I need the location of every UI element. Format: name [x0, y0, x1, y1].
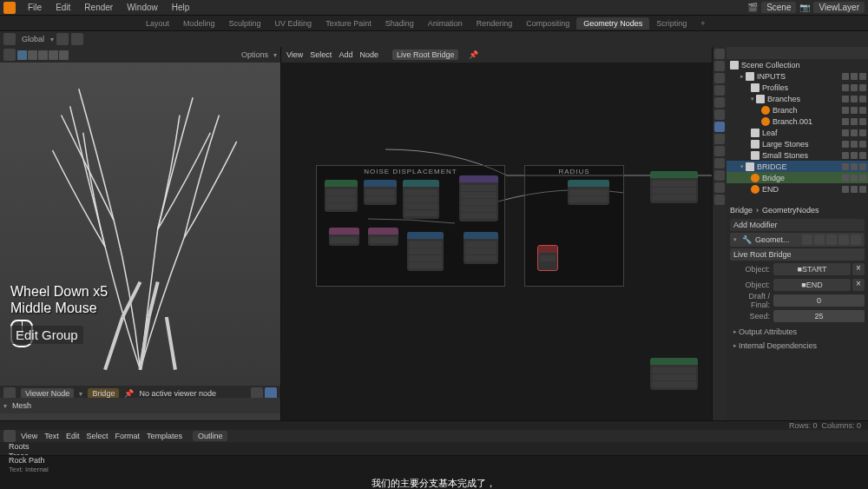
menu-window[interactable]: Window: [120, 3, 165, 12]
modifier-header[interactable]: ▾ 🔧 Geomet...: [730, 233, 865, 247]
texture-props-icon[interactable]: [714, 195, 725, 205]
pin-icon[interactable]: 📌: [469, 50, 478, 59]
material-mode-icon[interactable]: [49, 50, 58, 60]
object1-clear[interactable]: ×: [852, 263, 865, 275]
pivot-icon[interactable]: [71, 33, 83, 45]
node-capture[interactable]: [325, 180, 358, 212]
tab-add[interactable]: +: [694, 17, 712, 30]
close-icon[interactable]: [851, 235, 861, 245]
viewlayer-props-icon[interactable]: [714, 73, 725, 83]
outliner-large-stones[interactable]: Large Stones: [727, 138, 868, 149]
te-datablock[interactable]: Outline: [193, 431, 228, 441]
output-props-icon[interactable]: [714, 61, 725, 71]
tab-scripting[interactable]: Scripting: [649, 17, 694, 30]
object-props-icon[interactable]: [714, 109, 725, 120]
outliner-bridge-object[interactable]: Bridge: [727, 172, 868, 183]
node-menu-add[interactable]: Add: [339, 50, 352, 59]
outliner-branch001[interactable]: Branch.001: [727, 116, 868, 127]
viewport-canvas[interactable]: Wheel Down x5 Middle Mouse Edit Group: [0, 63, 280, 386]
menu-render[interactable]: Render: [77, 3, 120, 12]
add-modifier-button[interactable]: Add Modifier: [730, 219, 865, 231]
outliner-branch[interactable]: Branch: [727, 104, 868, 116]
dropdown-icon[interactable]: [838, 235, 849, 245]
tab-modeling[interactable]: Modeling: [176, 17, 222, 30]
text-editor-icon[interactable]: [3, 430, 16, 442]
scene-props-icon[interactable]: [714, 85, 725, 96]
scene-selector[interactable]: Scene: [761, 2, 796, 13]
realtime-toggle-icon[interactable]: [802, 235, 812, 245]
tab-geometry-nodes[interactable]: Geometry Nodes: [576, 17, 649, 30]
constraint-props-icon[interactable]: [714, 158, 725, 169]
pin-icon[interactable]: 📌: [124, 389, 134, 398]
node-noise-texture[interactable]: [459, 175, 498, 221]
object2-input[interactable]: ■ END: [773, 279, 851, 291]
te-menu-view[interactable]: View: [21, 432, 37, 440]
outliner-profiles[interactable]: Profiles: [727, 82, 868, 93]
tab-shading[interactable]: Shading: [378, 17, 421, 30]
tab-compositing[interactable]: Compositing: [519, 17, 576, 30]
node-canvas[interactable]: NOISE DISPLACEMENT RADIUS ➤: [281, 63, 712, 420]
node-menu-view[interactable]: View: [286, 50, 303, 59]
tab-rendering[interactable]: Rendering: [470, 17, 520, 30]
solid-mode-icon[interactable]: [38, 50, 48, 60]
physics-props-icon[interactable]: [714, 146, 725, 156]
orientation-label[interactable]: Global: [18, 35, 48, 43]
menu-help[interactable]: Help: [165, 3, 197, 12]
output-attributes-panel[interactable]: ▸Output Attributes: [730, 325, 865, 339]
seed-input[interactable]: 25: [773, 310, 865, 322]
nodegroup-selector[interactable]: Live Root Bridge: [730, 248, 865, 261]
nodegroup-name[interactable]: Live Root Bridge: [392, 50, 459, 60]
node-map-range[interactable]: [407, 232, 444, 271]
object-mode-icon[interactable]: [17, 50, 27, 60]
render-props-icon[interactable]: [714, 49, 725, 59]
node-combine[interactable]: [464, 232, 498, 264]
modifier-props-icon[interactable]: [714, 122, 725, 132]
menu-edit[interactable]: Edit: [49, 3, 77, 12]
viewport-editor-icon[interactable]: [3, 49, 16, 61]
outliner-end[interactable]: END: [727, 183, 868, 195]
te-menu-text[interactable]: Text: [44, 432, 59, 440]
breadcrumb-modifier[interactable]: GeometryNodes: [762, 206, 819, 215]
node-set-curve-radius[interactable]: [568, 180, 609, 205]
tab-texture[interactable]: Texture Paint: [319, 17, 378, 30]
viewlayer-selector[interactable]: ViewLayer: [813, 2, 865, 13]
object1-input[interactable]: ■ START: [773, 263, 851, 275]
node-menu-select[interactable]: Select: [310, 50, 332, 59]
tab-layout[interactable]: Layout: [139, 17, 176, 30]
node-curve[interactable]: [403, 180, 439, 219]
node-geometry[interactable]: [364, 180, 397, 205]
node-group-output[interactable]: [650, 358, 698, 390]
outliner-inputs[interactable]: ▸ INPUTS: [727, 70, 868, 82]
menu-file[interactable]: File: [21, 3, 49, 12]
snap-icon[interactable]: [56, 33, 69, 45]
tab-uv[interactable]: UV Editing: [268, 17, 319, 30]
outliner-scene-collection[interactable]: Scene Collection: [727, 59, 868, 70]
node-position[interactable]: [329, 228, 359, 246]
material-props-icon[interactable]: [714, 182, 725, 193]
tab-animation[interactable]: Animation: [421, 17, 470, 30]
te-menu-format[interactable]: Format: [115, 432, 140, 440]
node-menu-node[interactable]: Node: [359, 50, 378, 59]
te-menu-edit[interactable]: Edit: [66, 432, 80, 440]
data-props-icon[interactable]: [714, 170, 725, 181]
outliner-bridge-collection[interactable]: ▾ BRIDGE: [727, 161, 868, 172]
te-menu-select[interactable]: Select: [86, 432, 108, 440]
internal-deps-panel[interactable]: ▸Internal Dependencies: [730, 339, 865, 353]
outliner-small-stones[interactable]: Small Stones: [727, 149, 868, 161]
outliner-branches[interactable]: ▾ Branches: [727, 93, 868, 104]
render-mode-icon[interactable]: [59, 50, 69, 60]
te-menu-templates[interactable]: Templates: [147, 432, 182, 440]
node-vector[interactable]: [368, 228, 398, 246]
tab-sculpting[interactable]: Sculpting: [222, 17, 268, 30]
particle-props-icon[interactable]: [714, 134, 725, 144]
render-toggle-icon[interactable]: [814, 235, 825, 245]
node-selected[interactable]: [537, 245, 558, 271]
object2-clear[interactable]: ×: [852, 279, 865, 291]
viewport-options[interactable]: Options: [238, 50, 272, 59]
node-curve-to-mesh[interactable]: [650, 171, 698, 203]
editmode-toggle-icon[interactable]: [826, 235, 837, 245]
mode-icon[interactable]: [3, 33, 16, 45]
world-props-icon[interactable]: [714, 97, 725, 108]
wire-mode-icon[interactable]: [28, 50, 37, 60]
draft-input[interactable]: 0: [773, 294, 865, 307]
